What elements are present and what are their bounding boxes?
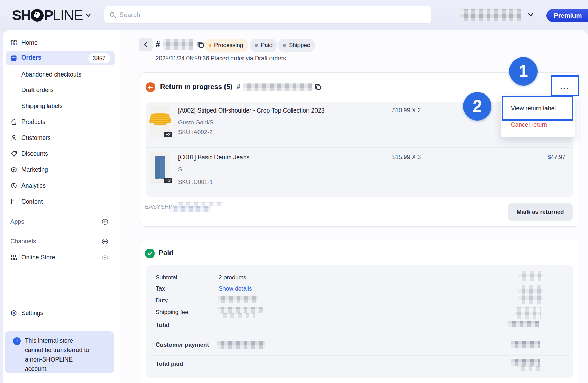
- shipping-amount-redacted: [514, 307, 541, 319]
- summary-divider: [150, 355, 569, 356]
- price-qty: $10.99 X 2: [392, 107, 421, 114]
- sidebar-item-home[interactable]: Home: [6, 36, 115, 49]
- logo-tag-icon: [31, 9, 44, 22]
- product-name[interactable]: [C001] Basic Denim Jeans: [178, 154, 249, 161]
- sidebar-item-abandoned-checkouts[interactable]: Abandoned checkouts: [6, 68, 115, 81]
- total-paid-amount-redacted: [511, 359, 540, 366]
- sidebar-item-analytics[interactable]: Analytics: [6, 179, 115, 192]
- product-variant: Gusto Gold/S: [178, 119, 213, 126]
- tax-show-details-link[interactable]: Show details: [219, 285, 252, 292]
- internal-store-notice: i This internal store cannot be transfer…: [5, 331, 114, 373]
- logo-text-p: P: [44, 7, 53, 24]
- home-icon: [10, 39, 17, 46]
- total-label: Total: [156, 322, 169, 329]
- product-sku: SKU :C001-1: [178, 179, 213, 186]
- table-column-divider: [383, 102, 383, 197]
- thumb-count-badge: +3: [164, 178, 172, 183]
- copy-return-number-icon[interactable]: [314, 83, 322, 91]
- sidebar-section-apps[interactable]: Apps: [6, 215, 115, 228]
- product-thumbnail-jeans[interactable]: +3: [150, 152, 169, 183]
- sidebar-item-settings[interactable]: Settings: [6, 306, 115, 320]
- tracking-number-redacted: [170, 206, 211, 212]
- back-chevron-icon: [143, 42, 148, 47]
- sidebar-item-online-store[interactable]: Online Store: [6, 251, 115, 264]
- add-channel-icon[interactable]: [101, 238, 109, 245]
- duty-label: Duty: [156, 297, 168, 304]
- payment-summary-box: Subtotal 2 products Tax Show details Dut…: [146, 265, 573, 378]
- total-paid-amount-redacted: [517, 366, 542, 371]
- top-bar: SHPLINE Premium: [0, 0, 588, 30]
- status-badge-processing: Processing: [204, 39, 248, 52]
- paid-dot-icon: [255, 44, 258, 47]
- return-card-title: Return in progress (5): [160, 83, 232, 91]
- product-name[interactable]: [A002] Striped Off-shoulder - Crop Top C…: [178, 107, 325, 114]
- preview-store-eye-icon[interactable]: [101, 254, 109, 261]
- table-row-divider: [146, 147, 573, 148]
- menu-item-cancel-return[interactable]: Cancel return: [511, 121, 547, 128]
- paid-card: Paid Subtotal 2 products Tax Show detail…: [140, 240, 579, 383]
- back-button[interactable]: [139, 38, 153, 51]
- orders-icon: [10, 55, 17, 62]
- customer-payment-amount-redacted: [511, 341, 540, 348]
- sidebar-item-orders[interactable]: Orders 3857: [6, 51, 115, 65]
- status-badge-paid: Paid: [250, 39, 277, 52]
- marketing-cube-icon: [10, 166, 17, 173]
- logo-text-line: LINE: [53, 7, 83, 24]
- search-icon: [109, 11, 116, 18]
- return-arrow-icon: [146, 82, 155, 92]
- product-sku: SKU :A002-2: [178, 129, 212, 136]
- settings-gear-icon: [10, 310, 17, 317]
- processing-dot-icon: [209, 44, 211, 47]
- line-total: $47.97: [548, 154, 566, 161]
- shipped-dot-icon: [283, 44, 286, 47]
- products-bag-icon: [10, 118, 17, 125]
- sidebar-item-discounts[interactable]: Discounts: [6, 147, 115, 160]
- account-chevron-icon[interactable]: [527, 12, 534, 18]
- paid-card-title: Paid: [159, 249, 173, 257]
- copy-order-number-icon[interactable]: [196, 41, 205, 49]
- sidebar-item-shipping-labels[interactable]: Shipping labels: [6, 99, 115, 113]
- discounts-tag-icon: [10, 150, 17, 157]
- shopline-order-page: { "topbar": { "logo_left": "SH", "logo_r…: [0, 0, 588, 383]
- subtotal-value: 2 products: [219, 274, 246, 281]
- sidebar-item-content[interactable]: Content: [6, 195, 115, 208]
- premium-button[interactable]: Premium: [546, 9, 588, 22]
- content-doc-icon: [10, 198, 17, 205]
- more-actions-button[interactable]: ...: [553, 79, 577, 93]
- order-number-redacted: [163, 39, 193, 50]
- annotation-step-2: 2: [463, 92, 491, 121]
- thumb-count-badge: +2: [164, 132, 172, 137]
- product-thumbnail-crop-top[interactable]: +2: [150, 106, 169, 137]
- duty-value-redacted: [218, 296, 258, 303]
- sidebar-item-draft-orders[interactable]: Draft orders: [6, 83, 115, 97]
- shipping-fee-redacted: [217, 307, 263, 313]
- return-order-number-redacted: [243, 83, 312, 91]
- add-app-icon[interactable]: [101, 218, 109, 225]
- subtotal-label: Subtotal: [156, 274, 177, 281]
- shipping-fee-label: Shipping fee: [156, 309, 189, 316]
- annotation-step-1: 1: [509, 57, 538, 86]
- sidebar-item-products[interactable]: Products: [6, 115, 115, 128]
- mark-as-returned-button[interactable]: Mark as returned: [508, 203, 573, 221]
- product-variant: S: [178, 166, 182, 173]
- shipping-fee-redacted: [219, 313, 255, 318]
- orders-count-badge: 3857: [88, 53, 110, 63]
- summary-divider: [150, 335, 569, 335]
- jeans-art: [155, 156, 165, 179]
- total-paid-label: Total paid: [156, 360, 183, 367]
- store-switcher-chevron-icon[interactable]: [85, 12, 92, 18]
- order-date-line: 2025/11/24 08:59:36 Placed order via Dra…: [156, 55, 286, 62]
- sidebar-item-customers[interactable]: Customers: [6, 131, 115, 144]
- sidebar-item-marketing[interactable]: Marketing: [6, 163, 115, 176]
- sidebar-section-channels[interactable]: Channels: [6, 235, 115, 248]
- paid-check-icon: [145, 249, 155, 258]
- order-number-hash: #: [156, 40, 160, 49]
- shopline-logo[interactable]: SHPLINE: [12, 8, 83, 23]
- search-input[interactable]: [119, 11, 426, 19]
- subtotal-amount-redacted: [518, 271, 543, 281]
- crop-top-art: [153, 113, 167, 125]
- global-search[interactable]: [104, 6, 431, 23]
- annotation-box-view-return-label: [502, 96, 573, 121]
- notice-text: This internal store cannot be transferre…: [25, 336, 111, 374]
- tax-duty-amount-redacted: [518, 285, 543, 304]
